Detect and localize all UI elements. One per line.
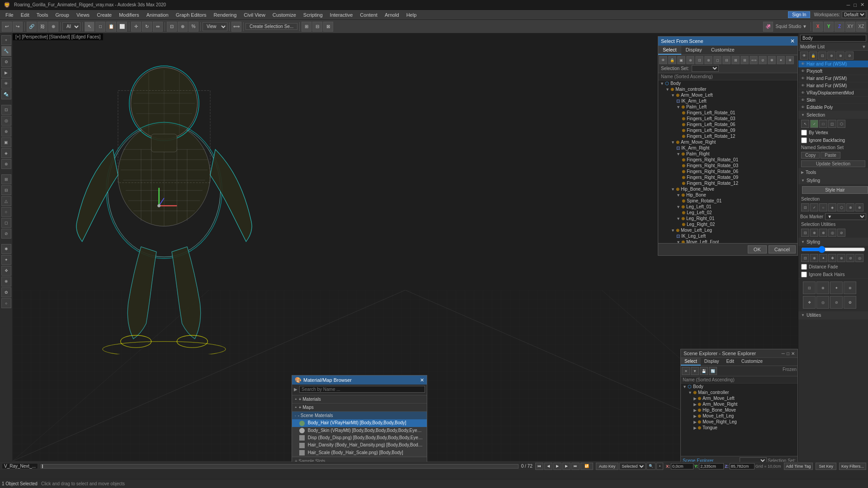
menu-modifiers[interactable]: Modifiers (115, 10, 143, 19)
percent-snap-btn[interactable]: % (189, 22, 198, 32)
style-icon-2[interactable]: ⊕ (810, 254, 818, 262)
tree-palm-left[interactable]: ▼ ⊕ Palm_Left (658, 104, 797, 110)
ignore-backfacing-checkbox[interactable] (801, 137, 807, 143)
create-panel-btn[interactable]: + (1, 35, 11, 45)
tree-finger-left-01[interactable]: ⊕ Fingers_Left_Rotate_01 (658, 110, 797, 116)
tree-finger-right-01[interactable]: ⊕ Fingers_Right_Rotate_01 (658, 157, 797, 163)
style-icon-3[interactable]: ✦ (819, 254, 827, 262)
viewport-dropdown[interactable]: View (203, 22, 227, 31)
hair-sel-icon-6[interactable]: ⊕ (846, 203, 854, 211)
tool4-btn[interactable]: ▣ (1, 137, 11, 147)
dt-icon-12[interactable]: ⊘ (759, 56, 767, 64)
se-tree[interactable]: ▼ ⬡ Body ▼ ⊕ Main_controller ▶ ⊕ Arm_Mov… (681, 384, 797, 456)
util-icon-3[interactable]: ⊗ (819, 229, 827, 237)
cancel-btn[interactable]: Cancel (769, 245, 796, 253)
dt-icon-9[interactable]: ⊠ (731, 56, 740, 64)
tool3-btn[interactable]: ⊕ (1, 127, 11, 136)
styling-section-title[interactable]: ▼ Styling (798, 177, 868, 184)
mod-icon-6[interactable]: ⊘ (845, 52, 854, 60)
align-btn[interactable]: ⊠ (323, 22, 333, 32)
by-vertex-label[interactable]: By Vertex (801, 130, 828, 136)
hair-sel-icon-2[interactable]: ✓ (810, 203, 818, 211)
big-icon-8[interactable]: ✿ (844, 296, 856, 309)
util-icon-2[interactable]: ⊕ (810, 229, 818, 237)
util-icon-1[interactable]: ⊡ (801, 229, 809, 237)
se-minimize-btn[interactable]: ─ (782, 351, 785, 356)
big-icon-6[interactable]: ◎ (816, 296, 829, 309)
modifier-editable-poly[interactable]: 👁 Editable Poly (798, 104, 868, 111)
display-btn[interactable]: 👁 (1, 79, 11, 89)
minimize-btn[interactable]: ─ (847, 2, 850, 8)
style-icon-5[interactable]: ⊗ (837, 254, 845, 262)
tree-spine-rotate[interactable]: ⊕ Spine_Rotate_01 (658, 198, 797, 204)
mirror-btn[interactable]: ⟺ (231, 22, 241, 32)
dialog-tab-customize[interactable]: Customize (707, 46, 739, 55)
tool11-btn[interactable]: ◻ (1, 218, 11, 228)
sel-icon-4[interactable]: ◫ (828, 120, 836, 128)
menu-help[interactable]: Help (403, 10, 420, 19)
tool6-btn[interactable]: ⊗ (1, 159, 11, 169)
tree-body[interactable]: ▼ ⬡ Body (658, 80, 797, 86)
se-clear-btn[interactable]: ✕ (682, 367, 690, 375)
tool12-btn[interactable]: ⊘ (1, 229, 11, 239)
modifier-hair-fur-3[interactable]: 👁 Hair and Fur (WSM) (798, 82, 868, 89)
mirror2-btn[interactable]: ⊞ (302, 22, 311, 32)
util-icon-4[interactable]: ◎ (828, 229, 836, 237)
styling-slider[interactable] (801, 248, 865, 251)
big-icon-4[interactable]: ⊗ (844, 282, 856, 294)
dt-icon-13[interactable]: ❋ (768, 56, 776, 64)
box-marker-dropdown[interactable]: ▼ (825, 213, 866, 220)
tree-hip-bone[interactable]: ▼ ⊕ Hip_Bone (658, 192, 797, 198)
mod-icon-3[interactable]: ⊡ (818, 52, 826, 60)
modifier-hair-fur-1[interactable]: 👁 Hair and Fur (WSM) (798, 61, 868, 68)
modifier-list-expand[interactable]: ▼ (862, 44, 866, 49)
add-time-tag-btn[interactable]: Add Time Tag (784, 463, 813, 470)
tree-leg-left-01[interactable]: ▼ ⊕ Leg_Left_01 (658, 204, 797, 210)
mat-close-btn[interactable]: ✕ (420, 377, 424, 383)
dialog-tab-display[interactable]: Display (681, 46, 707, 55)
se-refresh-btn[interactable]: 🔄 (709, 367, 717, 375)
xy-axis-btn[interactable]: XY (845, 22, 855, 32)
tool1-btn[interactable]: ⊡ (1, 105, 11, 115)
dialog-tab-select[interactable]: Select (658, 46, 681, 55)
tool5-btn[interactable]: ◈ (1, 148, 11, 158)
menu-customize[interactable]: Customize (269, 10, 300, 19)
style-icon-1[interactable]: ⊡ (801, 254, 809, 262)
mat-materials-header[interactable]: + + Materials (292, 395, 427, 403)
se-tab-display[interactable]: Display (701, 358, 723, 366)
sel-icon-2[interactable]: ✓ (810, 120, 818, 128)
tree-ik-arm-right[interactable]: ⊡ IK_Arm_Right (658, 145, 797, 151)
select-region-btn[interactable]: □ (95, 22, 105, 32)
se-tab-select[interactable]: Select (681, 358, 701, 366)
hair-sel-icon-3[interactable]: ○ (819, 203, 827, 211)
tree-finger-right-12[interactable]: ⊕ Fingers_Right_Rotate_12 (658, 180, 797, 186)
dt-icon-10[interactable]: ⊞ (741, 56, 749, 64)
modifier-vray-displacement[interactable]: 👁 VRayDisplacementMod (798, 89, 868, 97)
utilities-btn[interactable]: 🔩 (1, 89, 11, 99)
dialog-close-btn[interactable]: ✕ (790, 38, 795, 44)
menu-scripting[interactable]: Scripting (300, 10, 326, 19)
dt-icon-5[interactable]: ⊡ (695, 56, 703, 64)
paste-btn[interactable]: Paste (821, 152, 840, 159)
sel-icon-5[interactable]: ⬡ (837, 120, 845, 128)
hair-sel-icon-7[interactable]: ⊗ (855, 203, 863, 211)
se-filter-btn[interactable]: ▼ (691, 367, 699, 375)
select-by-name-btn[interactable]: 📋 (106, 22, 116, 32)
hair-sel-icon-1[interactable]: ⊡ (801, 203, 809, 211)
tools-section-title[interactable]: ▶ Tools (798, 169, 868, 176)
dt-icon-15[interactable]: ❖ (786, 56, 794, 64)
big-icon-5[interactable]: ❖ (803, 296, 816, 309)
play-next-btn[interactable]: ⏭ (571, 463, 580, 470)
tree-arm-left[interactable]: ▼ ⊕ Arm_Move_Left (658, 92, 797, 98)
tool7-btn[interactable]: ⊞ (1, 174, 11, 184)
tree-finger-right-03[interactable]: ⊕ Fingers_Right_Rotate_03 (658, 163, 797, 169)
z-axis-btn[interactable]: Z (835, 22, 844, 32)
se-arm-move-left[interactable]: ▶ ⊕ Arm_Move_Left (681, 395, 797, 401)
ignore-backfacing-label[interactable]: Ignore Backfacing (801, 137, 845, 143)
menu-content[interactable]: Content (356, 10, 381, 19)
style-icon-7[interactable]: ◎ (855, 254, 863, 262)
hierarchy-btn[interactable]: ⚙ (1, 57, 11, 67)
rect-region-btn[interactable]: ⬜ (117, 22, 127, 32)
tree-ik-leg-left[interactable]: ⊡ IK_Leg_Left (658, 233, 797, 239)
selected-dropdown[interactable]: Selected (619, 463, 646, 470)
